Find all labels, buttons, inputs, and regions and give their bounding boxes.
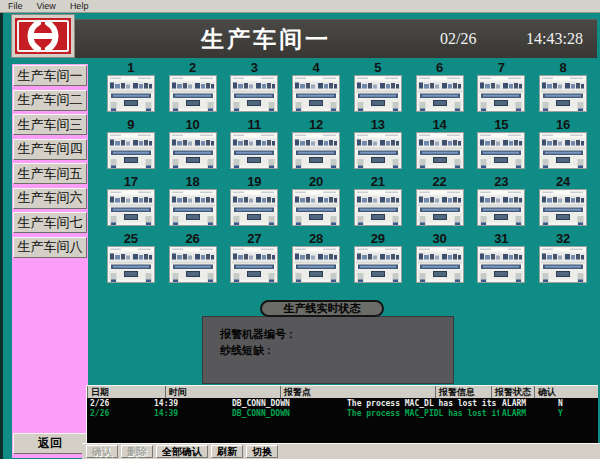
machine-cell[interactable]: 18	[162, 174, 224, 231]
logo-ring	[17, 20, 69, 52]
machine-number: 6	[436, 60, 443, 75]
alarm-ack: N	[555, 399, 598, 408]
time-display: 14:43:28	[526, 30, 583, 48]
machine-cell[interactable]: 11	[224, 117, 286, 174]
machine-cell[interactable]: 20	[285, 174, 347, 231]
machine-cell[interactable]: 19	[224, 174, 286, 231]
machine-number: 25	[124, 231, 138, 246]
machine-cell[interactable]: 27	[224, 231, 286, 288]
workshop-button[interactable]: 生产车间七	[13, 212, 87, 233]
machine-cell[interactable]: 30	[409, 231, 471, 288]
alarm-message: The process MAC_PIDL has lost its ..	[344, 409, 499, 418]
back-button[interactable]: 返回	[13, 433, 87, 454]
machine-cell[interactable]: 7	[471, 60, 533, 117]
machine-cell[interactable]: 1	[100, 60, 162, 117]
page-title: 生产车间一	[188, 24, 344, 55]
knitting-machine-icon	[539, 189, 587, 226]
machine-cell[interactable]: 22	[409, 174, 471, 231]
knitting-machine-icon	[416, 189, 464, 226]
workshop-button[interactable]: 生产车间八	[13, 237, 87, 258]
menu-item[interactable]: File	[8, 1, 23, 11]
machine-cell[interactable]: 2	[162, 60, 224, 117]
machine-cell[interactable]: 21	[347, 174, 409, 231]
machine-cell[interactable]: 13	[347, 117, 409, 174]
knitting-machine-icon	[416, 246, 464, 283]
machine-cell[interactable]: 9	[100, 117, 162, 174]
toolbar-button[interactable]: 删除	[121, 445, 153, 458]
toolbar-button[interactable]: 刷新	[211, 445, 243, 458]
machine-cell[interactable]: 31	[471, 231, 533, 288]
toolbar-button[interactable]: 全部确认	[156, 445, 208, 458]
machine-cell[interactable]: 8	[532, 60, 594, 117]
knitting-machine-icon	[107, 132, 155, 169]
workshop-button[interactable]: 生产车间一	[13, 65, 87, 86]
machine-cell[interactable]: 23	[471, 174, 533, 231]
knitting-machine-icon	[477, 246, 525, 283]
machine-number: 23	[494, 174, 508, 189]
machine-cell[interactable]: 10	[162, 117, 224, 174]
machine-number: 11	[248, 117, 262, 132]
toolbar-button[interactable]: 确认	[86, 445, 118, 458]
machine-number: 4	[313, 60, 320, 75]
machine-cell[interactable]: 4	[285, 60, 347, 117]
machine-cell[interactable]: 29	[347, 231, 409, 288]
machine-cell[interactable]: 32	[532, 231, 594, 288]
knitting-machine-icon	[230, 246, 278, 283]
machine-cell[interactable]: 5	[347, 60, 409, 117]
workshop-button[interactable]: 生产车间四	[13, 139, 87, 160]
machine-cell[interactable]: 17	[100, 174, 162, 231]
workshop-button[interactable]: 生产车间五	[13, 163, 87, 184]
machine-number: 28	[309, 231, 323, 246]
machine-cell[interactable]: 25	[100, 231, 162, 288]
alarm-ack: Y	[555, 409, 598, 418]
knitting-machine-icon	[416, 132, 464, 169]
menu-bar: FileViewHelp	[0, 0, 600, 13]
machine-cell[interactable]: 24	[532, 174, 594, 231]
machine-cell[interactable]: 26	[162, 231, 224, 288]
knitting-machine-icon	[477, 189, 525, 226]
logo-background	[15, 18, 71, 54]
machine-number: 29	[371, 231, 385, 246]
machine-cell[interactable]: 3	[224, 60, 286, 117]
knitting-machine-icon	[169, 75, 217, 112]
menu-item[interactable]: Help	[70, 1, 89, 11]
machine-grid: 1	[100, 60, 594, 288]
machine-number: 13	[371, 117, 385, 132]
status-panel: 报警机器编号 : 纱线短缺 :	[202, 316, 454, 384]
alarm-row[interactable]: 2/26 14:39 DB_CONN_DOWN The process MAC_…	[87, 398, 598, 408]
machine-cell[interactable]: 28	[285, 231, 347, 288]
machine-cell[interactable]: 15	[471, 117, 533, 174]
machine-number: 15	[494, 117, 508, 132]
machine-cell[interactable]: 14	[409, 117, 471, 174]
alarm-point: DB_CONN_DOWN	[229, 399, 344, 408]
workshop-button[interactable]: 生产车间二	[13, 90, 87, 111]
knitting-machine-icon	[169, 189, 217, 226]
machine-cell[interactable]: 16	[532, 117, 594, 174]
knitting-machine-icon	[416, 75, 464, 112]
alarm-status: ALARM	[499, 399, 555, 408]
knitting-machine-icon	[107, 75, 155, 112]
machine-number: 17	[124, 174, 138, 189]
knitting-machine-icon	[477, 75, 525, 112]
workshop-button[interactable]: 生产车间六	[13, 188, 87, 209]
machine-cell[interactable]: 6	[409, 60, 471, 117]
knitting-machine-icon	[292, 132, 340, 169]
knitting-machine-icon	[230, 132, 278, 169]
workshop-button[interactable]: 生产车间三	[13, 114, 87, 135]
brand-logo	[11, 14, 75, 58]
knitting-machine-icon	[169, 132, 217, 169]
toolbar-button[interactable]: 切换	[246, 445, 278, 458]
workshop-sidebar: 生产车间一 生产车间二 生产车间三 生产车间四 生产车间五 生产车间六 生产车间…	[12, 64, 88, 458]
alarm-table-header: 日期时间报警点报警信息报警状态确认	[87, 386, 598, 398]
alarm-row[interactable]: 2/26 14:39 DB_CONN_DOWN The process MAC_…	[87, 408, 598, 418]
knitting-machine-icon	[292, 75, 340, 112]
machine-cell[interactable]: 12	[285, 117, 347, 174]
alarm-column-header: 日期	[87, 386, 165, 398]
menu-item[interactable]: View	[37, 1, 56, 11]
machine-number: 21	[371, 174, 385, 189]
alarm-message: The process MAC_DL has lost its d..	[344, 399, 499, 408]
window-left-border	[0, 13, 3, 459]
machine-number: 22	[432, 174, 446, 189]
alarm-point: DB_CONN_DOWN	[229, 409, 344, 418]
machine-number: 24	[556, 174, 570, 189]
